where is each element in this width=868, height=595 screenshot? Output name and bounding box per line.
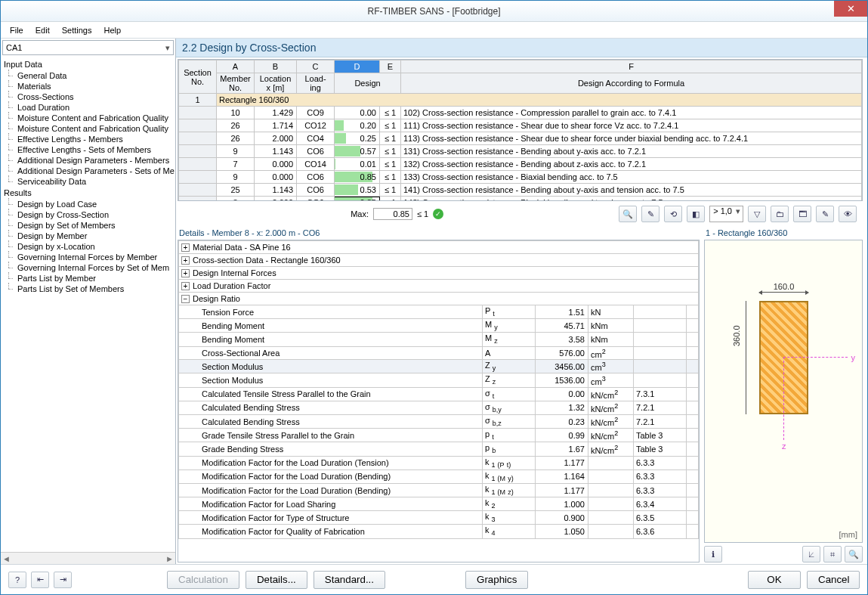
tree-item[interactable]: Design by Set of Members bbox=[1, 220, 175, 231]
detail-row[interactable]: Cross-Sectional AreaA576.00cm2 bbox=[179, 346, 699, 360]
table-row[interactable]: 101.429CO90.00≤ 1102) Cross-section resi… bbox=[179, 107, 862, 119]
menu-help[interactable]: Help bbox=[99, 24, 125, 36]
menu-settings[interactable]: Settings bbox=[57, 24, 97, 36]
max-row: Max: 0.85 ≤ 1 ✓ 🔍 ✎ ⟲ ◧ > 1,0 ▽ 🗀 🗔 ✎ 👁 bbox=[178, 201, 863, 225]
case-combo[interactable]: CA1 bbox=[2, 40, 174, 55]
detail-row[interactable]: Calculated Tensile Stress Parallel to th… bbox=[179, 387, 699, 401]
tree-item[interactable]: Load Duration bbox=[1, 102, 175, 113]
tree-item[interactable]: Design by x-Location bbox=[1, 241, 175, 252]
detail-row[interactable]: Bending MomentM z3.58kNm bbox=[179, 333, 699, 346]
detail-row[interactable]: Calculated Bending Stressσ b,z0.23kN/cm2… bbox=[179, 414, 699, 428]
table-row[interactable]: 251.143CO60.53≤ 1141) Cross-section resi… bbox=[179, 184, 862, 197]
menubar: File Edit Settings Help bbox=[1, 22, 867, 39]
detail-group[interactable]: +Cross-section Data - Rectangle 160/360 bbox=[179, 254, 699, 267]
table-row[interactable]: 261.714CO120.20≤ 1111) Cross-section res… bbox=[179, 119, 862, 132]
nav-prev-icon[interactable]: ⇤ bbox=[31, 572, 49, 588]
details-table[interactable]: +Material Data - SA Pine 16+Cross-sectio… bbox=[178, 240, 700, 562]
details-button[interactable]: Details... bbox=[246, 571, 307, 589]
detail-row[interactable]: Modification Factor for the Load Duratio… bbox=[179, 456, 699, 469]
filter-combo[interactable]: > 1,0 bbox=[709, 206, 743, 222]
calculation-button[interactable]: Calculation bbox=[167, 571, 239, 589]
preview-tool-1[interactable]: ⟀ bbox=[802, 546, 820, 562]
window-title: RF-TIMBER SANS - [Footbridge] bbox=[1, 6, 867, 17]
tool-icon-2[interactable]: ✎ bbox=[641, 206, 659, 222]
tree-item[interactable]: Effective Lengths - Members bbox=[1, 134, 175, 144]
tree-item[interactable]: Design by Cross-Section bbox=[1, 209, 175, 220]
titlebar: RF-TIMBER SANS - [Footbridge] ✕ bbox=[1, 1, 867, 22]
preview-title: 1 - Rectangle 160/360 bbox=[704, 227, 863, 240]
tree-input-header[interactable]: Input Data bbox=[1, 58, 175, 70]
detail-group[interactable]: −Design Ratio bbox=[179, 293, 699, 305]
tree-results-header[interactable]: Results bbox=[1, 187, 175, 199]
tool-icon-3[interactable]: ⟲ bbox=[664, 206, 682, 222]
tree-item[interactable]: Serviceability Data bbox=[1, 176, 175, 187]
tree-item[interactable]: Governing Internal Forces by Set of Mem bbox=[1, 262, 175, 273]
standard-button[interactable]: Standard... bbox=[314, 571, 385, 589]
graphics-button[interactable]: Graphics bbox=[465, 571, 528, 589]
ok-icon: ✓ bbox=[433, 209, 443, 219]
table-row[interactable]: 90.000CO60.85≤ 1133) Cross-section resis… bbox=[179, 171, 862, 184]
detail-row[interactable]: Grade Bending Stressp b1.67kN/cm2Table 3 bbox=[179, 442, 699, 456]
tool-icon-4[interactable]: ◧ bbox=[687, 206, 705, 222]
tool-icon-1[interactable]: 🔍 bbox=[619, 206, 637, 222]
max-value: 0.85 bbox=[373, 208, 412, 220]
help-icon[interactable]: ? bbox=[8, 572, 26, 588]
filter-icon[interactable]: ▽ bbox=[748, 206, 766, 222]
table-row[interactable]: 91.143CO60.57≤ 1131) Cross-section resis… bbox=[179, 145, 862, 158]
detail-row[interactable]: Modification Factor for the Load Duratio… bbox=[179, 483, 699, 497]
tree-item[interactable]: Additional Design Parameters - Sets of M… bbox=[1, 166, 175, 176]
table-row[interactable]: 70.000CO140.01≤ 1132) Cross-section resi… bbox=[179, 158, 862, 171]
ok-button[interactable]: OK bbox=[748, 571, 801, 589]
tree-item[interactable]: Design by Member bbox=[1, 231, 175, 241]
menu-edit[interactable]: Edit bbox=[31, 24, 54, 36]
detail-row[interactable]: Tension ForceP t1.51kN bbox=[179, 305, 699, 319]
detail-group[interactable]: +Material Data - SA Pine 16 bbox=[179, 241, 699, 254]
tool-icon-6[interactable]: 🗔 bbox=[793, 206, 811, 222]
nav-next-icon[interactable]: ⇥ bbox=[54, 572, 72, 588]
details-title: Details - Member 8 - x: 2.000 m - CO6 bbox=[178, 227, 700, 240]
close-button[interactable]: ✕ bbox=[834, 1, 867, 17]
detail-row[interactable]: Grade Tensile Stress Parallel to the Gra… bbox=[179, 429, 699, 442]
tree-item[interactable]: Additional Design Parameters - Members bbox=[1, 155, 175, 166]
tree-item[interactable]: Effective Lengths - Sets of Members bbox=[1, 144, 175, 155]
cancel-button[interactable]: Cancel bbox=[807, 571, 860, 589]
detail-row[interactable]: Modification Factor for Load Sharingk 21… bbox=[179, 497, 699, 511]
tree-item[interactable]: Parts List by Member bbox=[1, 273, 175, 284]
section-row[interactable]: Rectangle 160/360 bbox=[217, 94, 862, 107]
preview-box[interactable]: 160.0 360.0 [mm] bbox=[704, 240, 863, 543]
menu-file[interactable]: File bbox=[5, 24, 28, 36]
detail-row[interactable]: Calculated Bending Stressσ b,y1.32kN/cm2… bbox=[179, 401, 699, 414]
detail-row[interactable]: Modification Factor for the Load Duratio… bbox=[179, 469, 699, 483]
tree-item[interactable]: Moisture Content and Fabrication Quality bbox=[1, 123, 175, 134]
tree-item[interactable]: Moisture Content and Fabrication Quality bbox=[1, 113, 175, 123]
detail-row[interactable]: Section ModulusZ z1536.00cm3 bbox=[179, 373, 699, 387]
detail-row[interactable]: Bending MomentM y45.71kNm bbox=[179, 319, 699, 333]
preview-tool-2[interactable]: ⌗ bbox=[823, 546, 842, 562]
info-icon[interactable]: ℹ bbox=[704, 546, 722, 562]
table-row[interactable]: 82.000CO60.85≤ 1143) Cross-section resis… bbox=[179, 197, 862, 202]
eye-icon[interactable]: 👁 bbox=[839, 206, 857, 222]
table-row[interactable]: 262.000CO40.25≤ 1113) Cross-section resi… bbox=[179, 132, 862, 145]
preview-tool-3[interactable]: 🔍 bbox=[845, 546, 863, 562]
detail-group[interactable]: +Design Internal Forces bbox=[179, 267, 699, 280]
section-header: 2.2 Design by Cross-Section bbox=[176, 39, 867, 57]
results-grid[interactable]: SectionNo. A B C D E F MemberNo. Locatio… bbox=[178, 59, 863, 201]
tree-item[interactable]: General Data bbox=[1, 70, 175, 81]
detail-row[interactable]: Modification Factor for Type of Structur… bbox=[179, 511, 699, 525]
tool-icon-7[interactable]: ✎ bbox=[816, 206, 834, 222]
detail-row[interactable]: Modification Factor for Quality of Fabri… bbox=[179, 525, 699, 538]
tree-item[interactable]: Governing Internal Forces by Member bbox=[1, 252, 175, 262]
tree-item[interactable]: Cross-Sections bbox=[1, 91, 175, 102]
axis-z bbox=[783, 357, 784, 440]
tree-item[interactable]: Design by Load Case bbox=[1, 199, 175, 209]
detail-row[interactable]: Section ModulusZ y3456.00cm3 bbox=[179, 360, 699, 373]
tree-item[interactable]: Parts List by Set of Members bbox=[1, 284, 175, 294]
tree-hscroll[interactable]: ◄► bbox=[1, 552, 175, 564]
footer: ? ⇤ ⇥ Calculation Details... Standard...… bbox=[1, 564, 867, 594]
detail-group[interactable]: +Load Duration Factor bbox=[179, 280, 699, 293]
tree-item[interactable]: Materials bbox=[1, 81, 175, 91]
nav-tree: Input Data General DataMaterialsCross-Se… bbox=[1, 57, 175, 552]
axis-y bbox=[783, 357, 848, 358]
tool-icon-5[interactable]: 🗀 bbox=[771, 206, 789, 222]
